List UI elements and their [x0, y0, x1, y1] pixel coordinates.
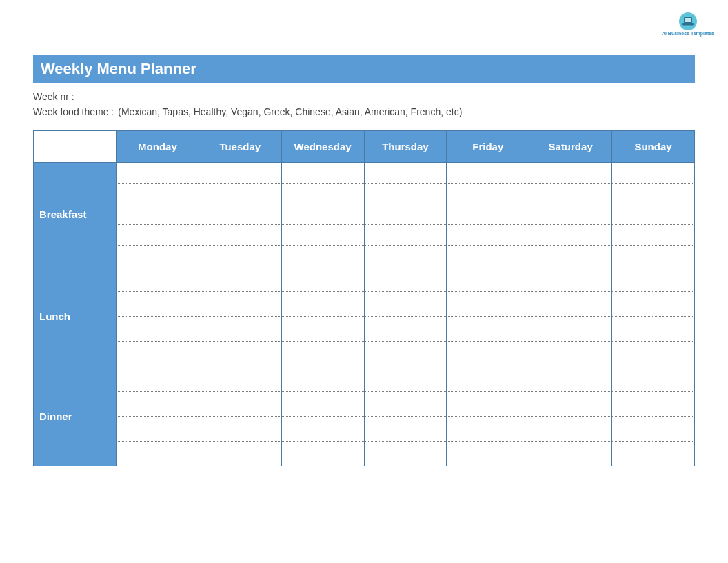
cell-dinner-saturday[interactable]	[529, 366, 612, 466]
cell-line[interactable]	[199, 184, 281, 204]
cell-line[interactable]	[612, 246, 694, 266]
cell-line[interactable]	[365, 442, 447, 466]
cell-line[interactable]	[529, 266, 611, 291]
cell-line[interactable]	[365, 366, 447, 391]
cell-lunch-thursday[interactable]	[364, 266, 447, 366]
cell-line[interactable]	[447, 246, 529, 266]
cell-dinner-wednesday[interactable]	[281, 366, 364, 466]
cell-line[interactable]	[612, 184, 694, 204]
cell-line[interactable]	[365, 163, 447, 184]
cell-line[interactable]	[282, 392, 364, 417]
cell-line[interactable]	[612, 442, 694, 466]
cell-line[interactable]	[199, 225, 281, 246]
cell-line[interactable]	[117, 366, 199, 391]
cell-line[interactable]	[365, 246, 447, 266]
cell-line[interactable]	[199, 246, 281, 266]
cell-breakfast-saturday[interactable]	[529, 163, 612, 266]
cell-line[interactable]	[282, 417, 364, 442]
cell-line[interactable]	[199, 366, 281, 391]
cell-line[interactable]	[282, 225, 364, 246]
cell-line[interactable]	[199, 392, 281, 417]
cell-line[interactable]	[282, 317, 364, 342]
cell-line[interactable]	[365, 342, 447, 366]
cell-line[interactable]	[117, 292, 199, 317]
cell-line[interactable]	[447, 392, 529, 417]
cell-breakfast-monday[interactable]	[117, 163, 199, 266]
cell-line[interactable]	[282, 246, 364, 266]
cell-line[interactable]	[282, 292, 364, 317]
cell-line[interactable]	[529, 317, 611, 342]
cell-breakfast-tuesday[interactable]	[199, 163, 281, 266]
cell-line[interactable]	[117, 266, 199, 291]
cell-line[interactable]	[447, 266, 529, 291]
cell-breakfast-thursday[interactable]	[364, 163, 447, 266]
cell-lunch-sunday[interactable]	[612, 266, 695, 366]
cell-line[interactable]	[365, 292, 447, 317]
cell-line[interactable]	[529, 246, 611, 266]
cell-line[interactable]	[365, 317, 447, 342]
cell-line[interactable]	[117, 392, 199, 417]
cell-line[interactable]	[447, 317, 529, 342]
cell-line[interactable]	[199, 342, 281, 366]
cell-line[interactable]	[117, 317, 199, 342]
cell-line[interactable]	[529, 292, 611, 317]
cell-line[interactable]	[365, 392, 447, 417]
cell-line[interactable]	[612, 342, 694, 366]
cell-line[interactable]	[199, 292, 281, 317]
cell-line[interactable]	[612, 317, 694, 342]
cell-line[interactable]	[529, 366, 611, 391]
cell-line[interactable]	[282, 366, 364, 391]
cell-lunch-monday[interactable]	[117, 266, 199, 366]
cell-line[interactable]	[447, 225, 529, 246]
cell-line[interactable]	[282, 204, 364, 225]
cell-line[interactable]	[529, 417, 611, 442]
cell-line[interactable]	[282, 266, 364, 291]
cell-breakfast-wednesday[interactable]	[281, 163, 364, 266]
cell-line[interactable]	[447, 442, 529, 466]
cell-line[interactable]	[612, 292, 694, 317]
cell-line[interactable]	[612, 204, 694, 225]
cell-line[interactable]	[199, 266, 281, 291]
cell-line[interactable]	[117, 442, 199, 466]
cell-line[interactable]	[529, 184, 611, 204]
cell-line[interactable]	[447, 163, 529, 184]
cell-line[interactable]	[365, 204, 447, 225]
cell-line[interactable]	[365, 417, 447, 442]
food-theme-value[interactable]: (Mexican, Tapas, Healthy, Vegan, Greek, …	[118, 105, 462, 120]
cell-line[interactable]	[365, 266, 447, 291]
cell-line[interactable]	[199, 442, 281, 466]
cell-line[interactable]	[447, 292, 529, 317]
cell-line[interactable]	[117, 184, 199, 204]
cell-lunch-saturday[interactable]	[529, 266, 612, 366]
cell-line[interactable]	[117, 342, 199, 366]
cell-line[interactable]	[447, 342, 529, 366]
cell-line[interactable]	[365, 225, 447, 246]
cell-lunch-friday[interactable]	[447, 266, 529, 366]
cell-dinner-friday[interactable]	[447, 366, 529, 466]
cell-line[interactable]	[447, 366, 529, 391]
cell-line[interactable]	[612, 163, 694, 184]
cell-line[interactable]	[529, 342, 611, 366]
cell-line[interactable]	[612, 417, 694, 442]
cell-line[interactable]	[447, 184, 529, 204]
cell-line[interactable]	[117, 204, 199, 225]
cell-line[interactable]	[117, 163, 199, 184]
cell-line[interactable]	[612, 366, 694, 391]
cell-line[interactable]	[612, 392, 694, 417]
cell-line[interactable]	[529, 204, 611, 225]
cell-line[interactable]	[529, 392, 611, 417]
cell-line[interactable]	[199, 204, 281, 225]
cell-line[interactable]	[529, 163, 611, 184]
cell-line[interactable]	[199, 163, 281, 184]
cell-line[interactable]	[529, 225, 611, 246]
cell-breakfast-friday[interactable]	[447, 163, 529, 266]
cell-breakfast-sunday[interactable]	[612, 163, 695, 266]
cell-line[interactable]	[282, 342, 364, 366]
cell-line[interactable]	[529, 442, 611, 466]
cell-dinner-thursday[interactable]	[364, 366, 447, 466]
cell-dinner-sunday[interactable]	[612, 366, 695, 466]
cell-line[interactable]	[612, 266, 694, 291]
cell-line[interactable]	[282, 184, 364, 204]
cell-line[interactable]	[365, 184, 447, 204]
cell-line[interactable]	[117, 225, 199, 246]
